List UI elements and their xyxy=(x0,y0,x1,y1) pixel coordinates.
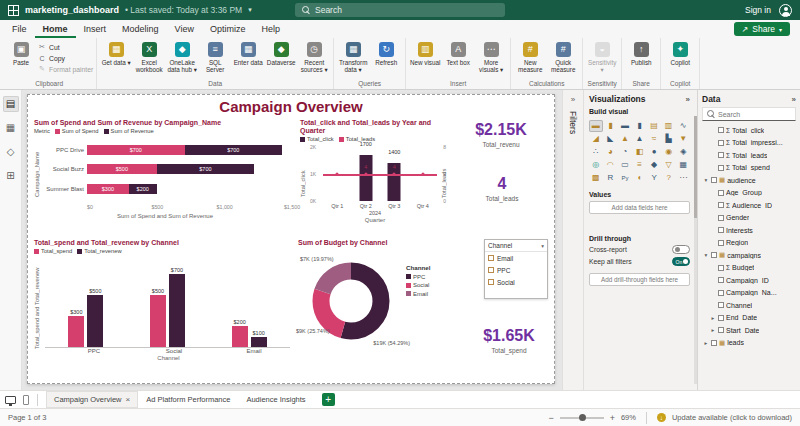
card-total-spend[interactable]: $1.65K Total_spend xyxy=(468,327,550,377)
field-row-campaign-id[interactable]: Campaign_ID xyxy=(702,274,796,287)
kpi-icon[interactable]: ◆ xyxy=(647,159,661,171)
card-icon[interactable]: ▭ xyxy=(618,159,632,171)
menu-tab-file[interactable]: File xyxy=(4,20,35,38)
menu-tab-home[interactable]: Home xyxy=(35,20,76,38)
ribbon-button-more-visuals[interactable]: ⋯More visuals ▾ xyxy=(475,40,507,73)
field-row-total-click[interactable]: ΣTotal_click xyxy=(702,124,796,137)
field-checkbox[interactable] xyxy=(718,190,724,196)
account-avatar[interactable] xyxy=(779,4,792,17)
keep-all-filters-toggle[interactable]: On xyxy=(672,257,690,266)
new-page-button[interactable]: + xyxy=(322,393,335,406)
zoom-slider[interactable] xyxy=(560,417,604,419)
checkbox[interactable] xyxy=(488,255,494,261)
treemap-icon[interactable]: ◧ xyxy=(633,146,647,158)
ribbon-button-text-box[interactable]: AText box xyxy=(442,40,474,66)
field-checkbox[interactable] xyxy=(718,302,724,308)
field-row-end-date[interactable]: ▸End_Date xyxy=(702,312,796,325)
menu-tab-view[interactable]: View xyxy=(167,20,202,38)
donut-chart[interactable]: $19K (54.29%)$9K (25.74%)$7K (19.97%) xyxy=(298,248,404,354)
dax-query-view-button[interactable]: ⊞ xyxy=(3,168,19,184)
page-tab-campaign-overview[interactable]: Campaign Overview× xyxy=(46,391,138,408)
stacked-column-chart-icon[interactable]: ▮ xyxy=(604,120,618,132)
field-checkbox[interactable] xyxy=(718,140,724,146)
field-checkbox[interactable] xyxy=(718,315,724,321)
chevron-down-icon[interactable]: ▾ xyxy=(541,243,544,249)
visualizations-scrollbar[interactable] xyxy=(694,116,697,384)
field-row-age-group[interactable]: Age_Group xyxy=(702,187,796,200)
field-checkbox[interactable] xyxy=(718,327,724,333)
stacked-area-chart-icon[interactable]: ◣ xyxy=(604,133,618,145)
bar-total-revenew[interactable]: $100 xyxy=(251,337,267,347)
field-row-leads[interactable]: ▸▦leads xyxy=(702,337,796,350)
add-data-fields-well[interactable]: Add data fields here xyxy=(589,201,690,214)
report-view-button[interactable]: ▤ xyxy=(3,96,19,112)
ribbon-button-quick-measure[interactable]: #Quick measure xyxy=(547,40,579,73)
global-search-input[interactable]: Search xyxy=(295,3,505,17)
field-checkbox[interactable] xyxy=(718,265,724,271)
decomposition-tree-icon[interactable]: Y xyxy=(647,172,661,184)
page-tab-audience-insights[interactable]: Audience Insights xyxy=(238,391,313,408)
field-checkbox[interactable] xyxy=(718,240,724,246)
field-checkbox[interactable] xyxy=(718,215,724,221)
field-row-start-date[interactable]: ▸Start_Date xyxy=(702,324,796,337)
expander-icon[interactable]: ▾ xyxy=(703,252,709,258)
matrix-icon[interactable]: ▩ xyxy=(589,172,603,184)
clustered-bar-chart-icon[interactable]: ▬ xyxy=(618,120,632,132)
bar-segment[interactable]: $700 xyxy=(157,164,255,174)
field-row-interests[interactable]: Interests xyxy=(702,224,796,237)
multirow-card-icon[interactable]: ≡ xyxy=(633,159,647,171)
field-row-campaigns[interactable]: ▾▦campaigns xyxy=(702,249,796,262)
field-row-channel[interactable]: Channel xyxy=(702,299,796,312)
stacked-bar-chart-icon[interactable]: ▬ xyxy=(589,120,603,132)
line-chart-icon[interactable]: ∿ xyxy=(676,120,690,132)
bar-total-spend[interactable]: $200 xyxy=(232,326,248,347)
zoom-out-button[interactable]: − xyxy=(548,413,553,423)
field-checkbox[interactable] xyxy=(718,227,724,233)
bar-total-revenew[interactable]: $700 xyxy=(169,274,185,347)
visual-column-spend-revenue-by-channel[interactable]: Total_spend and Total_revenew by Channel… xyxy=(34,239,294,379)
add-drill-through-fields-well[interactable]: Add drill-through fields here xyxy=(589,273,690,286)
r-script-visual-icon[interactable]: R xyxy=(604,172,618,184)
ribbon-button-cut[interactable]: ✂Cut xyxy=(38,42,93,52)
bar-segment[interactable]: $700 xyxy=(185,145,283,155)
gauge-icon[interactable]: ◠ xyxy=(604,159,618,171)
update-available-link[interactable]: Update available (click to download) xyxy=(672,413,792,422)
ribbon-button-sensitivity[interactable]: ◒Sensitivity ▾ xyxy=(586,40,618,73)
python-visual-icon[interactable]: Py xyxy=(618,172,632,184)
cross-report-toggle[interactable] xyxy=(672,245,690,254)
ribbon-button-enter-data[interactable]: ▦Enter data xyxy=(232,40,264,66)
shape-map-icon[interactable]: ◈ xyxy=(676,146,690,158)
ribbon-button-excel-workbook[interactable]: XExcel workbook xyxy=(133,40,165,73)
bar-segment[interactable]: $700 xyxy=(87,145,185,155)
expander-icon[interactable]: ▸ xyxy=(710,315,716,321)
ribbon-button-new-visual[interactable]: ▥New visual xyxy=(409,40,441,66)
zoom-in-button[interactable]: + xyxy=(610,413,615,423)
qa-visual-icon[interactable]: ? xyxy=(662,172,676,184)
field-checkbox[interactable] xyxy=(718,202,724,208)
report-canvas[interactable]: Campaign Overview Sum of Spend and Sum o… xyxy=(22,90,562,390)
bar-segment[interactable]: $500 xyxy=(87,164,157,174)
map-icon[interactable]: ● xyxy=(647,146,661,158)
close-tab-icon[interactable]: × xyxy=(126,395,131,404)
bar-total-spend[interactable]: $500 xyxy=(150,295,166,347)
fields-search-input[interactable]: Search xyxy=(702,107,796,121)
checkbox[interactable] xyxy=(488,267,494,273)
field-checkbox[interactable] xyxy=(718,277,724,283)
ribbon-button-new-measure[interactable]: #New measure xyxy=(514,40,546,73)
field-row-total-leads[interactable]: ΣTotal_leads xyxy=(702,149,796,162)
collapse-pane-icon[interactable]: » xyxy=(792,95,796,104)
field-row-total-impressi[interactable]: ΣTotal_impressi... xyxy=(702,137,796,150)
column-bar-qtr-2[interactable] xyxy=(359,155,372,201)
collapse-pane-icon[interactable]: » xyxy=(686,95,690,104)
clustered-column-chart-icon[interactable]: ▮ xyxy=(633,120,647,132)
line-and-stacked-column-chart-icon[interactable]: ▲ xyxy=(618,133,632,145)
100-stacked-column-chart-icon[interactable]: ▥ xyxy=(662,120,676,132)
checkbox[interactable] xyxy=(488,279,494,285)
table-view-button[interactable]: ▦ xyxy=(3,120,19,136)
bar-segment[interactable]: $200 xyxy=(129,184,157,194)
model-view-button[interactable]: ◇ xyxy=(3,144,19,160)
ribbon-button-copy[interactable]: CCopy xyxy=(38,53,93,63)
page-tab-ad-platform-performance[interactable]: Ad Platform Performance xyxy=(138,391,238,408)
ribbon-button-get-data[interactable]: ▦Get data ▾ xyxy=(100,40,132,66)
donut-chart-icon[interactable]: ◔ xyxy=(618,146,632,158)
